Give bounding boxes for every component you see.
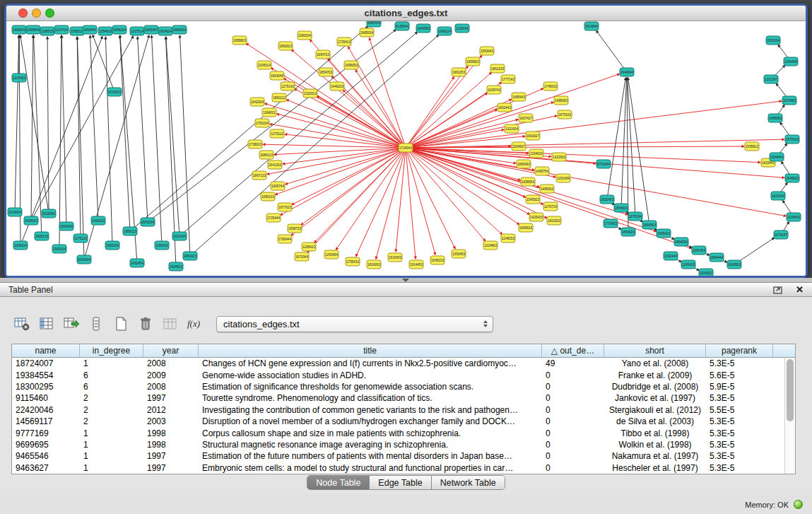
network-node[interactable]: 2026050: [42, 209, 56, 218]
network-node[interactable]: 1854633: [614, 204, 628, 212]
network-node[interactable]: 1154408: [784, 57, 798, 66]
network-node[interactable]: 1248153: [501, 234, 515, 243]
network-canvas[interactable]: 1724043220601418630451275142186011220420…: [6, 21, 806, 276]
close-button[interactable]: [18, 8, 28, 18]
network-node[interactable]: 1738023: [248, 140, 262, 148]
column-header-name[interactable]: name: [12, 344, 80, 357]
network-node[interactable]: 1696124: [437, 27, 452, 35]
network-node[interactable]: 1275142: [281, 82, 295, 90]
network-node[interactable]: 1664950: [416, 24, 430, 33]
table-row[interactable]: 977716911998Corpus callosum shape and si…: [12, 427, 795, 438]
network-node[interactable]: 1944844: [620, 68, 634, 76]
network-node[interactable]: 8791944: [596, 160, 611, 168]
network-node[interactable]: 1865043: [12, 25, 26, 34]
network-node[interactable]: 1092453: [692, 246, 706, 255]
network-node[interactable]: 1863045: [270, 71, 284, 80]
column-header-year[interactable]: year: [143, 344, 199, 357]
network-node[interactable]: 1221397: [764, 75, 778, 83]
network-node[interactable]: 1545923: [526, 195, 540, 204]
network-node[interactable]: 1933054: [8, 208, 22, 216]
network-node[interactable]: 1905744: [271, 182, 285, 190]
network-node[interactable]: 1223453: [12, 74, 26, 82]
network-node[interactable]: 1591034: [766, 36, 780, 45]
column-header-pagerank[interactable]: pagerank: [706, 344, 773, 357]
network-node[interactable]: 1745033: [543, 82, 558, 90]
network-node[interactable]: 1446233: [330, 82, 344, 90]
network-node[interactable]: 1602443: [498, 103, 512, 112]
network-node[interactable]: 1245433: [681, 260, 695, 269]
table-row[interactable]: 1830029562008Estimation of significance …: [12, 381, 795, 392]
network-node[interactable]: 1824263: [367, 260, 381, 269]
network-node[interactable]: 1605347: [144, 25, 158, 34]
network-node[interactable]: 1854763: [319, 68, 333, 76]
network-node[interactable]: 1670344: [295, 252, 309, 261]
network-node[interactable]: 1821644: [771, 192, 785, 200]
network-node[interactable]: 2043234: [141, 218, 155, 226]
network-node[interactable]: 2086113: [259, 151, 273, 159]
network-node[interactable]: 1092444: [664, 252, 678, 260]
window-titlebar[interactable]: citations_edges.txt: [6, 6, 806, 21]
network-node[interactable]: 1086133: [261, 192, 275, 201]
network-node[interactable]: 1959633: [519, 223, 533, 232]
network-node[interactable]: 1953464: [83, 25, 97, 34]
network-node[interactable]: 1687034: [367, 21, 381, 27]
network-node[interactable]: 1924502: [699, 269, 713, 276]
network-node[interactable]: 1860112: [272, 93, 286, 102]
table-scrollbar[interactable]: [784, 358, 795, 474]
network-node[interactable]: 1977023: [278, 203, 292, 211]
network-node[interactable]: 1954624: [158, 27, 172, 35]
network-node[interactable]: 1227514: [130, 27, 144, 35]
network-node[interactable]: 1958803: [233, 36, 247, 45]
network-node[interactable]: 1867133: [252, 171, 266, 180]
column-header-in_degree[interactable]: in_degree: [80, 344, 143, 357]
table-row[interactable]: 2242004622012Investigating the contribut…: [12, 404, 795, 416]
network-node[interactable]: 1863423: [183, 252, 197, 260]
table-row[interactable]: 1456911722003Disruption of a novel membe…: [12, 416, 795, 427]
export-table-icon[interactable]: [62, 315, 81, 333]
network-node[interactable]: 1190533: [155, 241, 169, 250]
network-node[interactable]: 1426233: [91, 216, 105, 225]
network-node[interactable]: 1186533: [40, 27, 54, 35]
network-node[interactable]: 1553043: [480, 47, 494, 55]
table-row[interactable]: 911546021997Tourette syndrome. Phenomeno…: [12, 392, 795, 404]
network-node[interactable]: 1932453: [600, 195, 614, 204]
network-node[interactable]: 1607427: [519, 114, 533, 122]
network-node[interactable]: 1770453: [604, 219, 618, 228]
table-row[interactable]: 946554611997Estimation of the future num…: [12, 450, 795, 462]
network-node[interactable]: 1254633: [98, 27, 112, 35]
network-node[interactable]: 1654723: [316, 50, 330, 59]
network-node[interactable]: 1545233: [430, 256, 445, 264]
network-node[interactable]: 1860023: [278, 42, 293, 50]
tab-edge-table[interactable]: Edge Table: [370, 476, 431, 489]
network-node[interactable]: 1863045: [59, 222, 73, 230]
network-node[interactable]: 1725413: [337, 37, 351, 46]
row-selection-icon[interactable]: [87, 315, 105, 333]
network-node[interactable]: 2042004: [250, 98, 264, 106]
network-node[interactable]: 1321603: [552, 153, 566, 161]
network-node[interactable]: 1601627: [526, 132, 540, 140]
network-node[interactable]: 1322013: [303, 89, 317, 98]
network-node[interactable]: 1227434: [54, 25, 69, 34]
network-node[interactable]: 1095314: [70, 27, 84, 35]
network-node[interactable]: 2206014: [257, 61, 271, 69]
column-header-short[interactable]: short: [604, 344, 706, 357]
network-node[interactable]: 1125443: [455, 24, 469, 33]
network-node[interactable]: 1958733: [288, 224, 302, 233]
network-node[interactable]: 1154603: [529, 149, 543, 158]
network-node[interactable]: 1868234: [172, 25, 187, 34]
network-node[interactable]: 1924502: [727, 260, 741, 269]
network-node[interactable]: 1601922: [547, 216, 561, 225]
network-node[interactable]: 1854444: [710, 253, 724, 262]
network-node[interactable]: 1426033: [24, 216, 38, 225]
network-node[interactable]: 1485933: [540, 185, 554, 193]
network-node[interactable]: 1905423: [657, 229, 671, 238]
network-node[interactable]: 1288423: [302, 243, 316, 251]
table-row[interactable]: 1872400712008Changes of HCN gene express…: [12, 358, 795, 369]
network-node[interactable]: 2280034: [298, 31, 312, 40]
zoom-button[interactable]: [45, 8, 54, 18]
network-node[interactable]: 1095844: [26, 25, 40, 34]
network-node[interactable]: 1275123: [73, 234, 88, 243]
function-builder-icon[interactable]: f(x): [186, 315, 204, 333]
network-node[interactable]: 8135044: [395, 22, 409, 30]
network-node[interactable]: 1924502: [169, 262, 183, 271]
